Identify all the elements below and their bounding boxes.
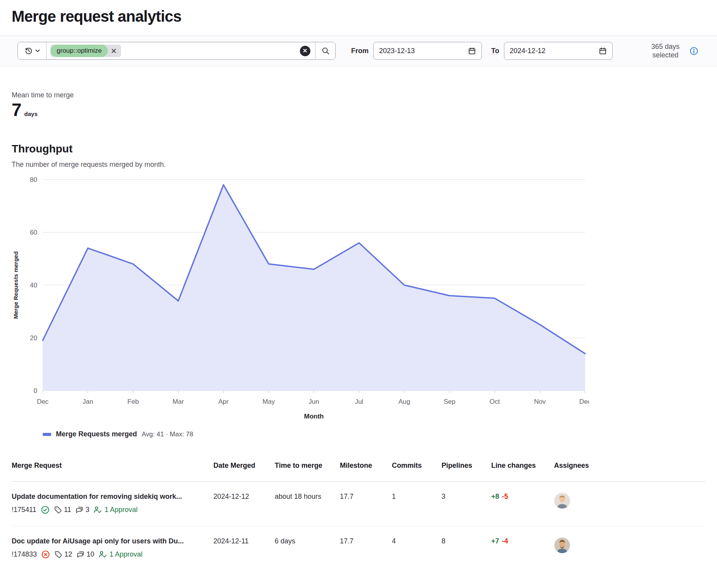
- check-circle-icon: [41, 505, 50, 514]
- svg-text:Jun: Jun: [308, 398, 319, 405]
- svg-text:Feb: Feb: [127, 398, 139, 405]
- approvals-link[interactable]: 1 Approval: [94, 506, 137, 514]
- legend-summary: Avg: 41 · Max: 78: [142, 431, 193, 438]
- mr-id: !175411: [12, 506, 36, 514]
- token-remove-button[interactable]: ✕: [108, 45, 120, 57]
- col-milestone: Milestone: [340, 456, 392, 482]
- label-icon: [54, 506, 62, 514]
- col-merge-request: Merge Request: [12, 456, 213, 482]
- svg-text:Jan: Jan: [83, 398, 93, 405]
- svg-text:0: 0: [34, 387, 37, 394]
- history-icon: [24, 47, 33, 55]
- time-to-merge-cell: about 18 hours: [275, 482, 340, 526]
- calendar-icon[interactable]: [599, 47, 607, 55]
- svg-text:60: 60: [30, 229, 37, 236]
- svg-text:Jul: Jul: [355, 398, 364, 405]
- search-input[interactable]: group::optimize ✕: [47, 42, 295, 59]
- labels-count: 12: [64, 550, 72, 559]
- legend-label: Merge Requests merged: [56, 430, 137, 438]
- col-time-to-merge: Time to merge: [275, 456, 340, 482]
- mr-title-link[interactable]: Update documentation for removing sideki…: [12, 493, 206, 501]
- svg-text:Mar: Mar: [173, 398, 184, 405]
- search-history-dropdown[interactable]: [18, 42, 47, 59]
- approvals-link[interactable]: 1 Approval: [99, 550, 142, 559]
- svg-text:Apr: Apr: [218, 398, 229, 405]
- milestone-cell: 17.7: [340, 526, 392, 571]
- throughput-heading: Throughput: [12, 143, 705, 155]
- pipelines-cell: 8: [442, 526, 491, 571]
- stat-value: 7: [12, 101, 22, 119]
- svg-text:20: 20: [30, 334, 37, 342]
- table-row: Update documentation for removing sideki…: [12, 482, 705, 526]
- comments-count: 10: [87, 550, 94, 559]
- x-circle-icon: [41, 550, 50, 559]
- stat-unit: days: [24, 111, 38, 117]
- assignee-avatar[interactable]: [554, 493, 570, 509]
- date-merged-cell: 2024-12-12: [213, 482, 275, 526]
- to-date-input[interactable]: 2024-12-12: [504, 42, 613, 60]
- deletions: -5: [502, 493, 508, 500]
- filtered-search: group::optimize ✕ ✕: [17, 42, 336, 60]
- comments-icon: [76, 550, 85, 559]
- labels-count: 11: [64, 506, 71, 514]
- filter-token: group::optimize ✕: [50, 45, 121, 57]
- clear-icon: ✕: [300, 46, 310, 56]
- line-changes-cell: +7-4: [491, 526, 554, 571]
- mr-title-link[interactable]: Doc update for AiUsage api only for user…: [12, 537, 206, 545]
- commits-cell: 1: [392, 482, 442, 526]
- stat-label: Mean time to merge: [12, 91, 705, 99]
- calendar-icon[interactable]: [468, 47, 476, 55]
- assignee-avatar[interactable]: [554, 537, 570, 553]
- info-icon[interactable]: [689, 47, 698, 55]
- milestone-cell: 17.7: [340, 482, 392, 526]
- search-button[interactable]: [315, 42, 335, 59]
- filter-token-label[interactable]: group::optimize: [50, 45, 108, 57]
- svg-text:Sep: Sep: [443, 398, 455, 405]
- table-header-row: Merge Request Date Merged Time to merge …: [12, 456, 705, 482]
- time-to-merge-cell: 6 days: [275, 526, 340, 571]
- svg-text:Oct: Oct: [490, 398, 500, 405]
- deletions: -4: [502, 537, 508, 545]
- comments-icon: [75, 506, 83, 514]
- to-date-value: 2024-12-12: [510, 47, 599, 55]
- svg-text:80: 80: [30, 176, 37, 183]
- col-pipelines: Pipelines: [442, 456, 491, 482]
- filter-bar: group::optimize ✕ ✕ From 2023-12-13 To 2…: [0, 35, 717, 66]
- svg-text:Merge Requests merged: Merge Requests merged: [12, 251, 19, 319]
- label-icon: [54, 550, 62, 559]
- svg-text:Month: Month: [304, 413, 324, 420]
- svg-text:Dec: Dec: [37, 398, 49, 405]
- mr-id: !174833: [12, 550, 37, 559]
- pipelines-cell: 3: [442, 482, 491, 526]
- line-changes-cell: +8-5: [491, 482, 554, 526]
- chart-legend: Merge Requests merged Avg: 41 · Max: 78: [43, 430, 705, 438]
- merge-request-table: Merge Request Date Merged Time to merge …: [12, 456, 705, 571]
- clear-search-button[interactable]: ✕: [295, 42, 315, 59]
- days-selected: 365 days selected: [645, 42, 698, 60]
- approval-icon: [99, 550, 107, 559]
- svg-text:Nov: Nov: [534, 398, 546, 405]
- approvals-text: 1 Approval: [104, 506, 137, 514]
- throughput-description: The number of merge requests merged by m…: [12, 161, 705, 169]
- from-date-value: 2023-12-13: [379, 47, 468, 55]
- additions: +7: [491, 537, 499, 545]
- svg-text:May: May: [262, 398, 275, 405]
- from-date-input[interactable]: 2023-12-13: [373, 42, 482, 60]
- throughput-chart-wrap: 020406080DecJanFebMarAprMayJunJulAugSepO…: [12, 175, 705, 428]
- days-selected-text: 365 days selected: [645, 42, 686, 60]
- legend-swatch-icon: [43, 433, 51, 436]
- svg-text:Aug: Aug: [398, 398, 410, 405]
- additions: +8: [491, 493, 499, 500]
- col-assignees: Assignees: [554, 456, 705, 482]
- page-title: Merge request analytics: [12, 8, 705, 25]
- svg-text:Dec: Dec: [579, 398, 589, 405]
- throughput-chart: 020406080DecJanFebMarAprMayJunJulAugSepO…: [12, 175, 589, 426]
- approvals-text: 1 Approval: [109, 550, 142, 559]
- approval-icon: [94, 506, 102, 514]
- mean-time-to-merge-stat: Mean time to merge 7 days: [12, 91, 705, 119]
- table-row: Doc update for AiUsage api only for user…: [12, 526, 705, 571]
- date-merged-cell: 2024-12-11: [213, 526, 275, 571]
- to-label: To: [491, 47, 499, 55]
- page-header: Merge request analytics: [0, 0, 717, 35]
- search-icon: [321, 47, 330, 55]
